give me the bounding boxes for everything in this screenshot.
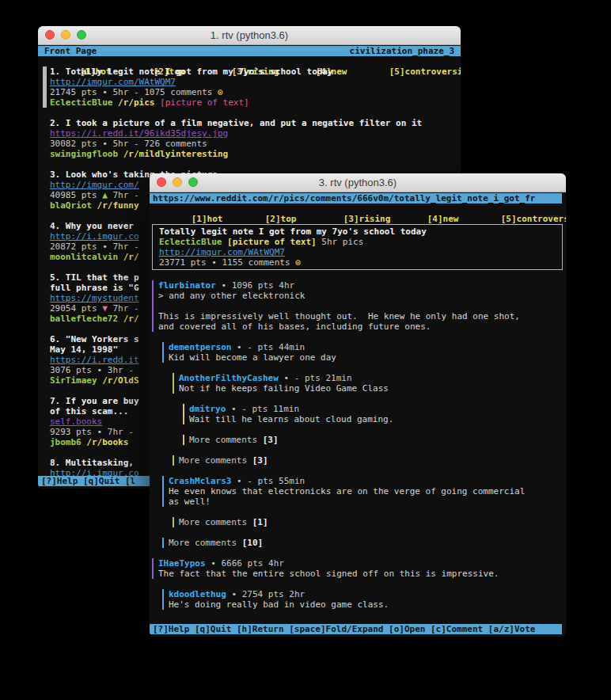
submission-byline: EclecticBlue [picture of text] 5hr pics: [159, 237, 562, 247]
comment-header: AnotherFilthyCashew • - pts 21min: [179, 373, 566, 383]
more-comments-count: [3]: [252, 455, 268, 466]
submission-author[interactable]: EclecticBlue: [159, 237, 227, 247]
comment-author[interactable]: dmitryo: [189, 404, 226, 414]
post-title[interactable]: 2. I took a picture of a film negative, …: [50, 118, 461, 128]
gilded-icon: ⊙: [295, 257, 301, 268]
upvoted-arrow-icon: ▲: [102, 190, 108, 200]
minimize-button[interactable]: [61, 30, 70, 40]
comment-flurbinator[interactable]: flurbinator • 1096 pts 4hr > and any oth…: [152, 280, 566, 332]
comment-crashmclars3[interactable]: CrashMclars3 • - pts 55min He even knows…: [162, 476, 566, 507]
more-comments[interactable]: More comments [10]: [162, 538, 566, 548]
comment-author[interactable]: flurbinator: [158, 280, 216, 291]
comment-header: dmitryo • - pts 11min: [189, 404, 566, 414]
more-comments-count: [10]: [242, 538, 264, 548]
post-meta: 30082 pts • 5hr - 726 comments: [50, 139, 461, 149]
post-author[interactable]: EclecticBlue: [50, 97, 118, 108]
post-meta: 21745 pts • 5hr - 1075 comments ⊙: [50, 87, 461, 97]
post-subreddit[interactable]: /r/: [123, 314, 139, 324]
post-subreddit[interactable]: /r/books: [86, 437, 128, 447]
tab-hot[interactable]: [1]hot: [192, 214, 265, 224]
post-item-1[interactable]: 1. Totally legit note I got from my 7yo'…: [50, 67, 461, 108]
bullet: •: [102, 139, 108, 149]
post-link[interactable]: http://i.imgur.co: [50, 231, 139, 242]
comment-body: Not if he keeps failing Video Game Class: [179, 383, 566, 394]
zoom-button[interactable]: [188, 177, 198, 187]
sort-tabs: [1]hot[2]top[3]rising[4]new[5]controvers…: [38, 56, 461, 67]
comment-author[interactable]: dementperson: [169, 342, 231, 352]
post-link[interactable]: https://i.redd.it/96ikd35djesy.jpg: [50, 128, 228, 139]
comment-ihaetypos[interactable]: IHaeTypos • 6666 pts 4hr The fact that t…: [152, 558, 566, 579]
comment-header: CrashMclars3 • - pts 55min: [169, 476, 566, 486]
post-title[interactable]: 1. Totally legit note I got from my 7yo'…: [50, 67, 461, 77]
zoom-button[interactable]: [77, 30, 86, 40]
post-flair: [picture of text]: [160, 97, 249, 108]
logged-in-user: civilization_phaze_3: [350, 46, 454, 56]
comment-kdoodlethug[interactable]: kdoodlethug • 2754 pts 2hr He's doing re…: [162, 589, 566, 610]
comment-body: He even knows that electronicks are on t…: [169, 486, 566, 507]
bullet: •: [102, 87, 108, 97]
comment-author[interactable]: AnotherFilthyCashew: [179, 373, 279, 383]
comment-anotherfilthycashew[interactable]: AnotherFilthyCashew • - pts 21min Not if…: [173, 373, 566, 394]
tab-new[interactable]: [4]new: [427, 214, 501, 224]
post-subreddit[interactable]: /r/OldS: [102, 375, 139, 386]
window-title: 3. rtv (python3.6): [319, 177, 397, 188]
window-titlebar[interactable]: 1. rtv (python3.6): [38, 26, 461, 45]
post-link[interactable]: https://i.redd.it: [50, 355, 139, 365]
comment-author[interactable]: CrashMclars3: [169, 476, 231, 486]
comment-body: > and any other elecktronick This is imp…: [158, 291, 566, 332]
post-link[interactable]: https://mystudent: [50, 293, 139, 303]
more-comments[interactable]: More comments [3]: [173, 455, 566, 466]
comment-dmitryo[interactable]: dmitryo • - pts 11min Wait till he learn…: [183, 404, 566, 424]
comment-header: kdoodlethug • 2754 pts 2hr: [169, 589, 566, 599]
minimize-button[interactable]: [173, 177, 182, 187]
comment-header: flurbinator • 1096 pts 4hr: [158, 280, 566, 291]
more-comments-count: [1]: [252, 517, 268, 527]
post-subreddit[interactable]: /r/pics: [118, 97, 160, 108]
post-author[interactable]: SirTimaey: [50, 375, 102, 386]
post-author[interactable]: ballefleche72: [50, 314, 123, 324]
rtv-header-bar: Front Page civilization_phaze_3: [38, 46, 461, 56]
post-subreddit[interactable]: /r/mildlyinteresting: [123, 149, 228, 159]
post-link[interactable]: http://imgur.com/: [50, 180, 139, 190]
submission-title: Totally legit note I got from my 7yo's s…: [159, 226, 562, 237]
comment-dementperson[interactable]: dementperson • - pts 44min Kid will beco…: [162, 342, 566, 363]
post-author[interactable]: blaQriot: [50, 200, 97, 211]
more-comments[interactable]: More comments [3]: [183, 435, 566, 445]
comment-body: Kid will become a lawyer one day: [169, 352, 566, 363]
post-author[interactable]: moonlitcalvin: [50, 252, 123, 262]
submission-stats: 23771 pts • 1155 comments ⊙: [159, 257, 562, 268]
page-title: Front Page: [44, 46, 97, 56]
post-author[interactable]: swingingfloob: [50, 149, 123, 159]
post-byline: EclecticBlue /r/pics [picture of text]: [50, 97, 461, 108]
sort-tabs: [1]hot[2]top[3]rising[4]new[5]controvers…: [150, 204, 566, 214]
submission-box[interactable]: Totally legit note I got from my 7yo's s…: [152, 224, 563, 270]
more-comments[interactable]: More comments [1]: [173, 517, 566, 527]
gilded-icon: ⊙: [218, 87, 223, 97]
submission-url-bar: https://www.reddit.com/r/pics/comments/6…: [150, 193, 562, 204]
more-comments-count: [3]: [263, 435, 279, 445]
close-button[interactable]: [157, 177, 166, 187]
submission-link[interactable]: http://imgur.com/WAtWQM7: [159, 247, 285, 257]
post-byline: swingingfloob /r/mildlyinteresting: [50, 149, 461, 159]
submission-flair: [picture of text]: [227, 237, 317, 247]
post-subreddit[interactable]: /r/: [123, 252, 139, 262]
comment-author[interactable]: IHaeTypos: [158, 558, 206, 569]
post-subreddit[interactable]: /r/funny: [97, 200, 139, 211]
terminal-window-comments[interactable]: 3. rtv (python3.6) https://www.reddit.co…: [150, 173, 566, 637]
post-item-2[interactable]: 2. I took a picture of a film negative, …: [50, 118, 461, 159]
comment-body: He's doing really bad in video game clas…: [169, 599, 566, 610]
tab-rising[interactable]: [3]rising: [343, 214, 427, 224]
bullet: •: [102, 242, 108, 252]
post-author[interactable]: jbomb6: [50, 437, 86, 447]
comment-body: The fact that the entire school signed o…: [158, 569, 566, 579]
comment-author[interactable]: kdoodlethug: [169, 589, 226, 599]
status-bar: [?]Help [q]Quit [h]Return [space]Fold/Ex…: [150, 624, 562, 634]
comment-header: dementperson • - pts 44min: [169, 342, 566, 352]
post-link[interactable]: self.books: [50, 417, 102, 427]
tab-top[interactable]: [2]top: [265, 214, 343, 224]
tab-controversial[interactable]: [5]controversial: [501, 214, 566, 224]
close-button[interactable]: [45, 30, 55, 40]
post-link[interactable]: http://imgur.com/WAtWQM7: [50, 77, 176, 87]
comment-body: Wait till he learns about cloud gaming.: [189, 414, 566, 424]
window-titlebar[interactable]: 3. rtv (python3.6): [150, 173, 566, 192]
